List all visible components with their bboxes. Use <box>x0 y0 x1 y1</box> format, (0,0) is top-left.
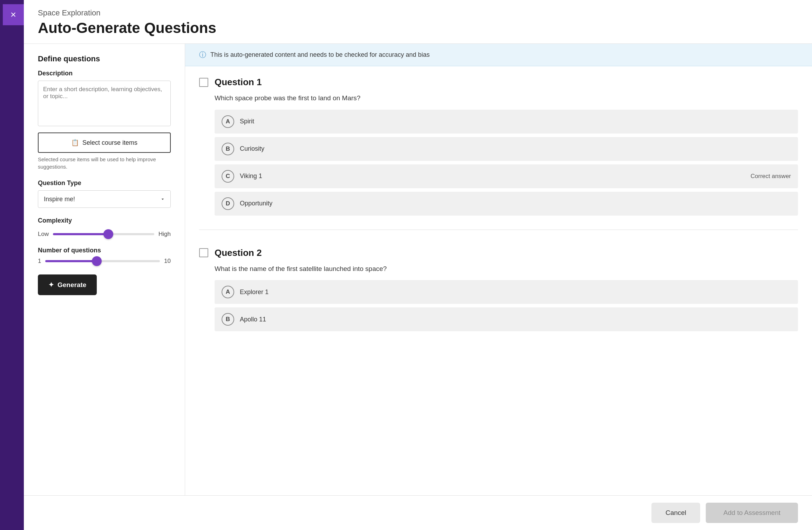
option-2a-text: Explorer 1 <box>240 288 791 296</box>
course-items-hint: Selected course items will be used to he… <box>38 156 171 170</box>
question-block-1: Question 1 Which space probe was the fir… <box>199 77 798 230</box>
modal-header: Space Exploration Auto-Generate Question… <box>24 0 812 44</box>
modal-body: Define questions Description 📋 Select co… <box>24 44 812 495</box>
add-assessment-button[interactable]: Add to Assessment <box>706 503 798 523</box>
option-2b-text: Apollo 11 <box>240 316 791 323</box>
option-1c-letter: C <box>222 170 234 183</box>
select-course-button[interactable]: 📋 Select course items <box>38 132 171 153</box>
option-1b-text: Curiosity <box>240 145 791 152</box>
option-2a-letter: A <box>222 286 234 298</box>
num-questions-section: Number of questions 1 10 <box>38 247 171 265</box>
num-questions-min-label: 1 <box>38 258 41 265</box>
option-1c: C Viking 1 Correct answer <box>215 164 798 188</box>
complexity-low-label: Low <box>38 231 49 238</box>
complexity-slider-container: Low High <box>38 231 171 238</box>
select-course-label: Select course items <box>82 139 137 147</box>
modal-title: Auto-Generate Questions <box>38 20 798 36</box>
option-1a: A Spirit <box>215 110 798 134</box>
description-label: Description <box>38 70 171 77</box>
option-2b: B Apollo 11 <box>215 307 798 331</box>
left-panel: Define questions Description 📋 Select co… <box>24 44 185 495</box>
option-1a-text: Spirit <box>240 118 791 125</box>
question-1-options: A Spirit B Curiosity C Viking 1 Correct … <box>215 110 798 216</box>
question-2-options: A Explorer 1 B Apollo 11 <box>215 280 798 331</box>
close-button[interactable]: × <box>3 4 24 25</box>
breadcrumb: Space Exploration <box>38 8 798 18</box>
close-icon: × <box>11 10 16 20</box>
question-2-title: Question 2 <box>215 247 262 258</box>
right-panel: ⓘ This is auto-generated content and nee… <box>185 44 812 495</box>
cancel-button[interactable]: Cancel <box>651 503 700 523</box>
option-1b-letter: B <box>222 143 234 155</box>
question-2-checkbox[interactable] <box>199 248 208 257</box>
option-1d-text: Opportunity <box>240 200 791 207</box>
question-1-header: Question 1 <box>199 77 798 88</box>
description-textarea[interactable] <box>38 81 171 126</box>
spark-icon: ✦ <box>48 281 54 289</box>
num-questions-slider-container: 1 10 <box>38 258 171 265</box>
option-1d-letter: D <box>222 197 234 210</box>
questions-list: Question 1 Which space probe was the fir… <box>185 66 812 495</box>
question-1-title: Question 1 <box>215 77 262 88</box>
book-icon: 📋 <box>71 139 79 147</box>
sidebar <box>0 0 24 530</box>
complexity-label: Complexity <box>38 217 171 224</box>
modal: × Space Exploration Auto-Generate Questi… <box>24 0 812 530</box>
question-type-section: Question Type Inspire me! Multiple Choic… <box>38 179 171 208</box>
question-block-2: Question 2 What is the name of the first… <box>199 247 798 346</box>
question-1-checkbox[interactable] <box>199 78 208 87</box>
info-icon: ⓘ <box>199 50 206 60</box>
num-questions-max-label: 10 <box>164 258 171 265</box>
question-2-text: What is the name of the first satellite … <box>215 264 798 274</box>
question-2-header: Question 2 <box>199 247 798 258</box>
complexity-slider[interactable] <box>53 233 154 235</box>
question-type-dropdown[interactable]: Inspire me! Multiple Choice True/False S… <box>38 190 171 208</box>
option-2b-letter: B <box>222 313 234 326</box>
option-1d: D Opportunity <box>215 192 798 216</box>
option-2a: A Explorer 1 <box>215 280 798 304</box>
complexity-section: Complexity Low High <box>38 217 171 238</box>
info-banner: ⓘ This is auto-generated content and nee… <box>185 44 812 66</box>
info-banner-text: This is auto-generated content and needs… <box>210 51 429 59</box>
option-1c-text: Viking 1 <box>240 172 745 180</box>
num-questions-slider[interactable] <box>45 260 160 262</box>
modal-footer: Cancel Add to Assessment <box>24 495 812 530</box>
generate-label: Generate <box>57 281 86 289</box>
generate-button[interactable]: ✦ Generate <box>38 274 97 295</box>
option-1b: B Curiosity <box>215 137 798 161</box>
complexity-high-label: High <box>158 231 171 238</box>
section-title: Define questions <box>38 54 171 63</box>
question-1-text: Which space probe was the first to land … <box>215 93 798 103</box>
num-questions-label: Number of questions <box>38 247 171 254</box>
correct-answer-label: Correct answer <box>751 173 791 180</box>
option-1a-letter: A <box>222 115 234 128</box>
question-type-label: Question Type <box>38 179 171 187</box>
